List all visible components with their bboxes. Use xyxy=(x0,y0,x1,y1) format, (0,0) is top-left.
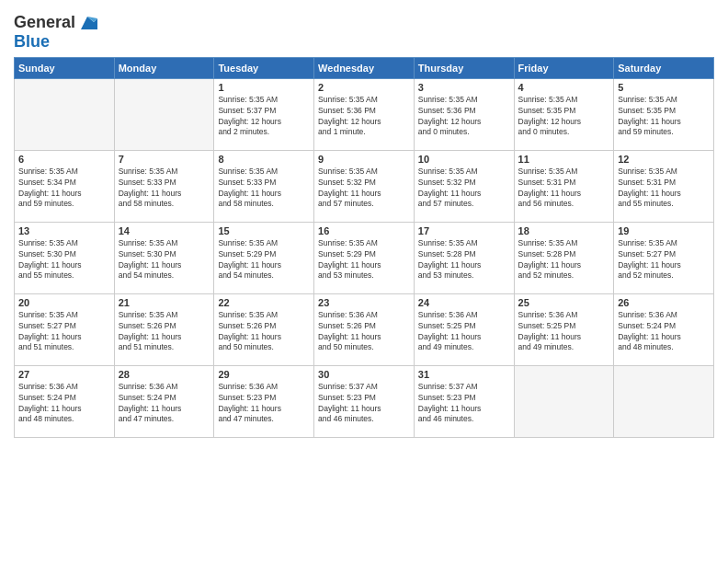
cell-info: Sunrise: 5:35 AMSunset: 5:27 PMDaylight:… xyxy=(18,310,110,354)
cell-info: Sunrise: 5:35 AMSunset: 5:33 PMDaylight:… xyxy=(119,167,210,211)
day-header-monday: Monday xyxy=(114,57,214,78)
logo-icon xyxy=(77,13,97,33)
cell-info: Sunrise: 5:35 AMSunset: 5:29 PMDaylight:… xyxy=(218,238,310,282)
day-header-friday: Friday xyxy=(514,57,614,78)
day-number: 15 xyxy=(218,225,310,236)
cell-info: Sunrise: 5:35 AMSunset: 5:30 PMDaylight:… xyxy=(18,238,110,282)
cell-info: Sunrise: 5:35 AMSunset: 5:35 PMDaylight:… xyxy=(618,95,710,139)
cell-info: Sunrise: 5:35 AMSunset: 5:37 PMDaylight:… xyxy=(218,95,310,139)
calendar-cell: 28Sunrise: 5:36 AMSunset: 5:24 PMDayligh… xyxy=(114,365,214,437)
page: General Blue SundayMondayTuesdayWednesda… xyxy=(0,0,728,563)
logo: General Blue xyxy=(14,13,97,52)
day-number: 18 xyxy=(518,225,610,236)
calendar-cell: 8Sunrise: 5:35 AMSunset: 5:33 PMDaylight… xyxy=(214,150,314,222)
day-number: 12 xyxy=(618,154,710,165)
cell-info: Sunrise: 5:36 AMSunset: 5:25 PMDaylight:… xyxy=(418,310,510,354)
cell-info: Sunrise: 5:35 AMSunset: 5:32 PMDaylight:… xyxy=(318,167,410,211)
cell-info: Sunrise: 5:35 AMSunset: 5:35 PMDaylight:… xyxy=(518,95,610,139)
day-number: 26 xyxy=(618,297,710,308)
day-header-saturday: Saturday xyxy=(614,57,714,78)
calendar-cell: 16Sunrise: 5:35 AMSunset: 5:29 PMDayligh… xyxy=(314,222,415,293)
calendar-cell: 29Sunrise: 5:36 AMSunset: 5:23 PMDayligh… xyxy=(214,365,314,437)
day-header-tuesday: Tuesday xyxy=(214,57,314,78)
cell-info: Sunrise: 5:36 AMSunset: 5:23 PMDaylight:… xyxy=(218,382,310,426)
calendar-cell: 7Sunrise: 5:35 AMSunset: 5:33 PMDaylight… xyxy=(114,150,214,222)
day-header-wednesday: Wednesday xyxy=(314,57,415,78)
cell-info: Sunrise: 5:35 AMSunset: 5:34 PMDaylight:… xyxy=(18,167,110,211)
day-number: 2 xyxy=(318,82,410,93)
cell-info: Sunrise: 5:35 AMSunset: 5:32 PMDaylight:… xyxy=(418,167,510,211)
calendar-table: SundayMondayTuesdayWednesdayThursdayFrid… xyxy=(14,57,714,438)
day-number: 5 xyxy=(618,82,710,93)
calendar-cell: 2Sunrise: 5:35 AMSunset: 5:36 PMDaylight… xyxy=(314,78,415,150)
calendar-cell: 27Sunrise: 5:36 AMSunset: 5:24 PMDayligh… xyxy=(15,365,115,437)
day-number: 19 xyxy=(618,225,710,236)
cell-info: Sunrise: 5:36 AMSunset: 5:24 PMDaylight:… xyxy=(119,382,210,426)
calendar-cell: 21Sunrise: 5:35 AMSunset: 5:26 PMDayligh… xyxy=(114,293,214,365)
day-number: 9 xyxy=(318,154,410,165)
week-row-1: 6Sunrise: 5:35 AMSunset: 5:34 PMDaylight… xyxy=(15,150,714,222)
cell-info: Sunrise: 5:36 AMSunset: 5:26 PMDaylight:… xyxy=(318,310,410,354)
day-number: 21 xyxy=(119,297,210,308)
cell-info: Sunrise: 5:35 AMSunset: 5:29 PMDaylight:… xyxy=(318,238,410,282)
week-row-0: 1Sunrise: 5:35 AMSunset: 5:37 PMDaylight… xyxy=(15,78,714,150)
day-number: 28 xyxy=(119,369,210,380)
day-number: 23 xyxy=(318,297,410,308)
calendar-cell: 12Sunrise: 5:35 AMSunset: 5:31 PMDayligh… xyxy=(614,150,714,222)
cell-info: Sunrise: 5:36 AMSunset: 5:24 PMDaylight:… xyxy=(618,310,710,354)
calendar-cell: 25Sunrise: 5:36 AMSunset: 5:25 PMDayligh… xyxy=(514,293,614,365)
day-header-sunday: Sunday xyxy=(15,57,115,78)
calendar-cell xyxy=(514,365,614,437)
calendar-cell: 14Sunrise: 5:35 AMSunset: 5:30 PMDayligh… xyxy=(114,222,214,293)
calendar-cell: 17Sunrise: 5:35 AMSunset: 5:28 PMDayligh… xyxy=(414,222,514,293)
cell-info: Sunrise: 5:35 AMSunset: 5:36 PMDaylight:… xyxy=(418,95,510,139)
day-number: 1 xyxy=(218,82,310,93)
cell-info: Sunrise: 5:36 AMSunset: 5:24 PMDaylight:… xyxy=(18,382,110,426)
calendar-cell xyxy=(614,365,714,437)
cell-info: Sunrise: 5:36 AMSunset: 5:25 PMDaylight:… xyxy=(518,310,610,354)
calendar-cell: 18Sunrise: 5:35 AMSunset: 5:28 PMDayligh… xyxy=(514,222,614,293)
cell-info: Sunrise: 5:37 AMSunset: 5:23 PMDaylight:… xyxy=(418,382,510,426)
week-row-2: 13Sunrise: 5:35 AMSunset: 5:30 PMDayligh… xyxy=(15,222,714,293)
calendar-cell: 3Sunrise: 5:35 AMSunset: 5:36 PMDaylight… xyxy=(414,78,514,150)
day-number: 16 xyxy=(318,225,410,236)
calendar-cell: 1Sunrise: 5:35 AMSunset: 5:37 PMDaylight… xyxy=(214,78,314,150)
day-number: 24 xyxy=(418,297,510,308)
day-number: 22 xyxy=(218,297,310,308)
day-number: 27 xyxy=(18,369,110,380)
day-number: 20 xyxy=(18,297,110,308)
day-number: 13 xyxy=(18,225,110,236)
calendar-cell: 15Sunrise: 5:35 AMSunset: 5:29 PMDayligh… xyxy=(214,222,314,293)
day-number: 17 xyxy=(418,225,510,236)
calendar-cell: 13Sunrise: 5:35 AMSunset: 5:30 PMDayligh… xyxy=(15,222,115,293)
day-number: 4 xyxy=(518,82,610,93)
day-number: 14 xyxy=(119,225,210,236)
calendar-cell: 11Sunrise: 5:35 AMSunset: 5:31 PMDayligh… xyxy=(514,150,614,222)
day-number: 6 xyxy=(18,154,110,165)
calendar-cell: 30Sunrise: 5:37 AMSunset: 5:23 PMDayligh… xyxy=(314,365,415,437)
day-number: 31 xyxy=(418,369,510,380)
day-number: 11 xyxy=(518,154,610,165)
day-header-thursday: Thursday xyxy=(414,57,514,78)
cell-info: Sunrise: 5:35 AMSunset: 5:31 PMDaylight:… xyxy=(518,167,610,211)
cell-info: Sunrise: 5:35 AMSunset: 5:28 PMDaylight:… xyxy=(418,238,510,282)
day-number: 30 xyxy=(318,369,410,380)
header: General Blue xyxy=(14,9,714,52)
cell-info: Sunrise: 5:35 AMSunset: 5:27 PMDaylight:… xyxy=(618,238,710,282)
cell-info: Sunrise: 5:35 AMSunset: 5:26 PMDaylight:… xyxy=(218,310,310,354)
calendar-cell: 22Sunrise: 5:35 AMSunset: 5:26 PMDayligh… xyxy=(214,293,314,365)
calendar-cell: 20Sunrise: 5:35 AMSunset: 5:27 PMDayligh… xyxy=(15,293,115,365)
header-row: SundayMondayTuesdayWednesdayThursdayFrid… xyxy=(15,57,714,78)
logo-general: General xyxy=(14,14,75,32)
calendar-cell: 5Sunrise: 5:35 AMSunset: 5:35 PMDaylight… xyxy=(614,78,714,150)
logo-blue: Blue xyxy=(14,33,97,52)
calendar-cell: 26Sunrise: 5:36 AMSunset: 5:24 PMDayligh… xyxy=(614,293,714,365)
calendar-cell: 10Sunrise: 5:35 AMSunset: 5:32 PMDayligh… xyxy=(414,150,514,222)
week-row-4: 27Sunrise: 5:36 AMSunset: 5:24 PMDayligh… xyxy=(15,365,714,437)
week-row-3: 20Sunrise: 5:35 AMSunset: 5:27 PMDayligh… xyxy=(15,293,714,365)
calendar-cell xyxy=(15,78,115,150)
calendar-cell: 6Sunrise: 5:35 AMSunset: 5:34 PMDaylight… xyxy=(15,150,115,222)
day-number: 7 xyxy=(119,154,210,165)
day-number: 3 xyxy=(418,82,510,93)
day-number: 10 xyxy=(418,154,510,165)
